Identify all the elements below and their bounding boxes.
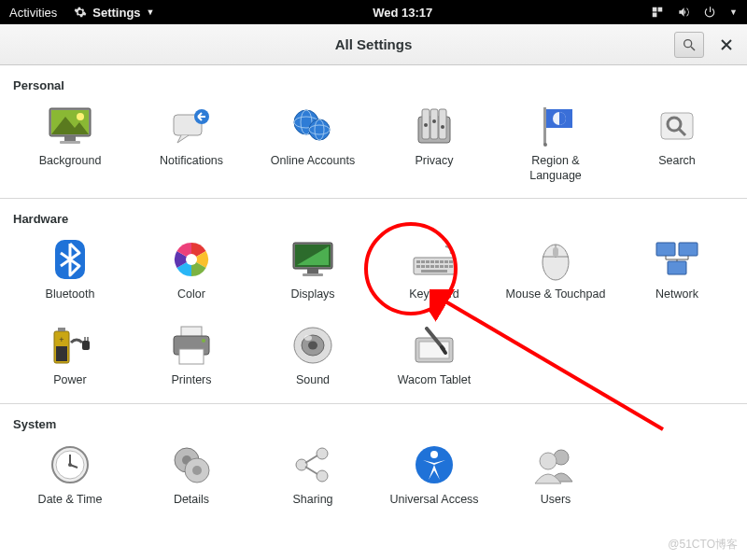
item-label: Details — [174, 493, 209, 508]
svg-rect-48 — [426, 265, 430, 268]
power-status-icon[interactable] — [703, 6, 716, 19]
item-label: Universal Access — [389, 493, 478, 508]
section-system-label: System — [11, 404, 736, 435]
close-icon — [721, 39, 732, 50]
item-label: Wacom Tablet — [398, 373, 472, 388]
item-printers[interactable]: Printers — [133, 319, 250, 392]
item-label: Displays — [290, 287, 334, 302]
online-accounts-icon — [290, 104, 335, 148]
item-label: Background — [39, 154, 102, 169]
printers-icon — [169, 323, 214, 368]
svg-point-70 — [202, 339, 205, 343]
svg-rect-66 — [87, 337, 89, 341]
svg-rect-51 — [440, 265, 444, 268]
watermark: @51CTO博客 — [668, 537, 738, 553]
svg-rect-47 — [421, 265, 425, 268]
svg-rect-7 — [60, 141, 80, 144]
item-sharing[interactable]: Sharing — [254, 439, 372, 511]
svg-rect-42 — [435, 260, 439, 263]
volume-status-icon[interactable] — [677, 6, 690, 19]
item-keyboard[interactable]: Keyboard — [375, 233, 493, 306]
item-background[interactable]: Background — [11, 100, 129, 187]
app-menu-label: Settings — [92, 6, 140, 20]
svg-rect-39 — [421, 260, 425, 263]
svg-rect-56 — [553, 247, 558, 257]
search-button[interactable] — [674, 32, 704, 58]
svg-rect-49 — [430, 265, 434, 268]
svg-rect-69 — [179, 349, 204, 364]
item-label: Online Accounts — [271, 154, 355, 169]
svg-rect-6 — [64, 136, 76, 141]
item-region-language[interactable]: Region & Language — [497, 100, 614, 187]
item-bluetooth[interactable]: Bluetooth — [11, 233, 129, 306]
item-date-time[interactable]: Date & Time — [11, 439, 129, 511]
mouse-icon — [533, 237, 578, 282]
item-details[interactable]: Details — [133, 439, 250, 511]
item-users[interactable]: Users — [497, 439, 614, 511]
svg-rect-19 — [439, 109, 446, 139]
item-label: Network — [655, 287, 698, 302]
svg-rect-40 — [426, 260, 430, 263]
section-personal-label: Personal — [11, 65, 736, 96]
svg-rect-62 — [56, 346, 67, 361]
details-icon — [169, 442, 214, 487]
item-label: Color — [177, 287, 205, 302]
svg-line-90 — [305, 467, 317, 474]
activities-button[interactable]: Activities — [9, 6, 57, 20]
item-color[interactable]: Color — [133, 233, 250, 306]
search-icon — [682, 37, 697, 52]
app-menu[interactable]: Settings ▼ — [74, 6, 154, 20]
item-universal-access[interactable]: Universal Access — [375, 439, 493, 511]
item-sound[interactable]: Sound — [254, 319, 372, 392]
item-mouse-touchpad[interactable]: Mouse & Touchpad — [497, 233, 614, 306]
panel-clock[interactable]: Wed 13:17 — [155, 6, 652, 20]
dropdown-arrow-icon: ▼ — [729, 7, 738, 17]
svg-point-73 — [308, 341, 317, 349]
item-network[interactable]: Network — [618, 233, 736, 306]
sound-icon — [290, 323, 335, 368]
item-label: Privacy — [416, 154, 454, 169]
notifications-icon — [169, 104, 214, 148]
item-label: Printers — [171, 373, 211, 388]
item-displays[interactable]: Displays — [254, 233, 372, 306]
svg-point-86 — [296, 459, 307, 470]
svg-rect-50 — [435, 265, 439, 268]
universal-access-icon — [412, 442, 457, 487]
settings-icon — [74, 6, 87, 19]
item-wacom-tablet[interactable]: Wacom Tablet — [375, 319, 493, 392]
item-search[interactable]: Search — [618, 100, 736, 187]
network-status-icon[interactable] — [651, 6, 664, 19]
svg-point-81 — [68, 463, 72, 467]
item-label: Search — [658, 154, 696, 169]
wacom-icon — [412, 323, 457, 368]
svg-rect-36 — [303, 273, 323, 276]
svg-point-85 — [192, 466, 202, 475]
svg-point-92 — [430, 451, 438, 458]
svg-line-89 — [305, 455, 317, 463]
section-system-grid: Date & Time Details Sharing Universal Ac… — [11, 435, 736, 523]
clock-icon — [48, 442, 92, 487]
item-notifications[interactable]: Notifications — [133, 100, 250, 187]
svg-rect-23 — [543, 107, 546, 145]
svg-point-94 — [540, 453, 557, 469]
svg-rect-38 — [416, 260, 420, 263]
item-power[interactable]: + Power — [11, 319, 129, 392]
search-settings-icon — [655, 104, 699, 148]
svg-rect-18 — [430, 109, 438, 139]
svg-point-22 — [441, 125, 444, 129]
item-online-accounts[interactable]: Online Accounts — [254, 100, 372, 187]
svg-rect-57 — [656, 243, 675, 256]
item-label: Keyboard — [409, 287, 459, 302]
close-button[interactable] — [715, 34, 738, 56]
background-icon — [48, 104, 92, 148]
section-hardware-label: Hardware — [11, 199, 736, 230]
svg-text:+: + — [59, 335, 63, 344]
users-icon — [533, 442, 578, 487]
item-privacy[interactable]: Privacy — [375, 100, 493, 187]
item-label: Sharing — [292, 493, 332, 508]
svg-rect-65 — [84, 337, 86, 341]
svg-point-20 — [424, 123, 428, 127]
item-label: Notifications — [160, 154, 223, 169]
svg-rect-44 — [444, 260, 448, 263]
privacy-icon — [412, 104, 457, 148]
